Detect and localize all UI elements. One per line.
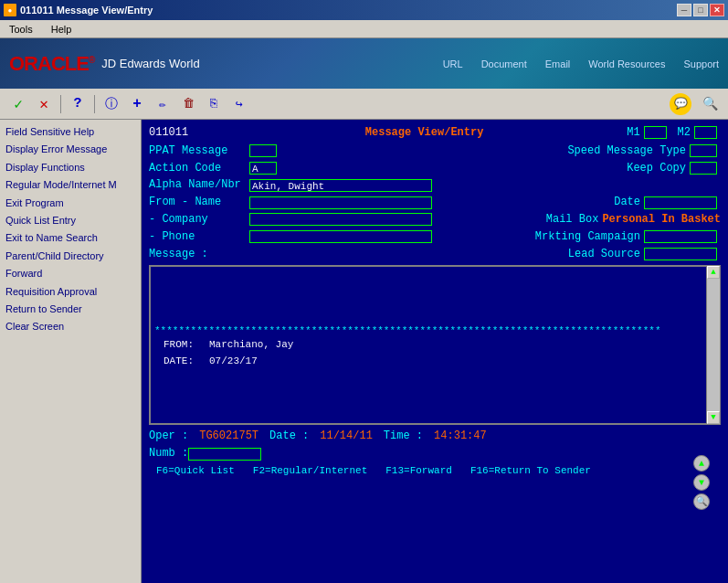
copy-icon: ⎘ <box>210 97 217 111</box>
ppat-label: PPAT Message <box>149 143 249 159</box>
scrollbar: ▲ ▼ <box>706 265 721 425</box>
menu-help[interactable]: Help <box>46 22 78 37</box>
sidebar-item-regular-mode[interactable]: Regular Mode/Internet M <box>4 176 137 194</box>
f2-key[interactable]: F2=Regular/Internet <box>253 465 367 476</box>
search-button[interactable]: 🔍 <box>699 93 721 115</box>
date-msg-label: DATE: <box>154 355 209 368</box>
alpha-name-field[interactable]: Akin, Dwight <box>249 179 432 192</box>
chat-icon: 💬 <box>674 97 688 111</box>
sidebar-item-display-error-message[interactable]: Display Error Message <box>4 141 137 158</box>
menu-bar: Tools Help <box>0 20 728 38</box>
add-button[interactable]: + <box>126 93 148 115</box>
sidebar: Field Sensitive Help Display Error Messa… <box>0 120 142 583</box>
sidebar-item-forward[interactable]: Forward <box>4 265 137 282</box>
nav-down-arrow[interactable]: ▼ <box>693 474 710 491</box>
speed-msg-type-field[interactable] <box>690 144 717 157</box>
scroll-up-button[interactable]: ▲ <box>707 266 720 279</box>
mrkting-label: Mrkting Campaign <box>535 229 640 245</box>
search-icon: 🔍 <box>702 96 718 111</box>
minimize-button[interactable]: ─ <box>677 4 691 16</box>
jde-logo-text: JD Edwards World <box>101 57 199 70</box>
delete-button[interactable]: 🗑 <box>177 93 199 115</box>
check-button[interactable]: ✓ <box>7 93 29 115</box>
oracle-logo-text: ORACLE® <box>9 52 94 76</box>
mail-box-value: Personal In Basket <box>602 212 721 228</box>
f13-key[interactable]: F13=Forward <box>385 465 452 476</box>
form-title: Message View/Entry <box>222 125 627 141</box>
nav-world-resources[interactable]: World Resources <box>588 58 665 69</box>
sidebar-item-display-functions[interactable]: Display Functions <box>4 159 137 176</box>
m1-label: M1 <box>627 125 639 141</box>
date-status-label: Date : <box>269 429 309 444</box>
cancel-button[interactable]: ✕ <box>33 93 55 115</box>
from-name-field[interactable] <box>249 196 432 209</box>
nav-document[interactable]: Document <box>481 58 527 69</box>
fn-bar: F6=Quick List F2=Regular/Internet F13=Fo… <box>149 463 721 478</box>
nav-support[interactable]: Support <box>683 58 719 69</box>
action-code-label: Action Code <box>149 161 249 176</box>
date-label: Date <box>614 195 640 210</box>
keep-copy-field[interactable] <box>690 162 717 175</box>
f16-key[interactable]: F16=Return To Sender <box>470 465 591 476</box>
paste-button[interactable]: ↪ <box>228 93 250 115</box>
plus-icon: + <box>132 96 142 112</box>
time-label: Time : <box>384 429 423 444</box>
menu-tools[interactable]: Tools <box>4 22 38 37</box>
chat-icon-button[interactable]: 💬 <box>670 93 691 115</box>
numb-label: Numb : <box>149 446 188 461</box>
date-msg-value: 07/23/17 <box>209 355 258 368</box>
mrkting-field[interactable] <box>644 230 717 243</box>
m1-field[interactable] <box>644 126 667 139</box>
nav-up-arrow[interactable]: ▲ <box>693 455 710 472</box>
edit-button[interactable]: ✏ <box>152 93 174 115</box>
ppat-field[interactable] <box>249 144 277 157</box>
info-icon: ⓘ <box>105 96 118 112</box>
nav-arrows-container: ▲ ▼ 🔍 <box>693 455 710 510</box>
x-icon: ✕ <box>39 95 48 113</box>
company-label: - Company <box>149 212 249 228</box>
time-value: 14:31:47 <box>434 429 487 444</box>
restore-button[interactable]: □ <box>693 4 708 16</box>
scroll-down-button[interactable]: ▼ <box>707 411 720 424</box>
sidebar-item-requisition-approval[interactable]: Requisition Approval <box>4 283 137 301</box>
sidebar-item-return-to-sender[interactable]: Return to Sender <box>4 301 137 318</box>
sidebar-item-quick-list[interactable]: Quick List Entry <box>4 212 137 229</box>
nav-url[interactable]: URL <box>443 58 463 69</box>
sidebar-item-exit-name-search[interactable]: Exit to Name Search <box>4 229 137 247</box>
sidebar-item-field-sensitive-help[interactable]: Field Sensitive Help <box>4 123 137 141</box>
m2-label: M2 <box>678 125 691 141</box>
sidebar-item-exit-program[interactable]: Exit Program <box>4 195 137 212</box>
message-text-area[interactable]: ****************************************… <box>149 265 721 425</box>
status-area: Oper : TG602175T Date : 11/14/11 Time : … <box>149 429 721 461</box>
message-box-container: ****************************************… <box>149 265 721 425</box>
keep-copy-label: Keep Copy <box>627 161 686 176</box>
oracle-header: ORACLE® JD Edwards World URL Document Em… <box>0 38 728 89</box>
company-field[interactable] <box>249 213 432 226</box>
header-nav: URL Document Email World Resources Suppo… <box>443 58 719 69</box>
mail-box-label: Mail Box <box>546 212 599 228</box>
help-button[interactable]: ? <box>67 93 89 115</box>
check-icon: ✓ <box>14 95 23 113</box>
title-bar-text: 011011 Message View/Entry <box>20 5 153 16</box>
action-code-field[interactable]: A <box>249 162 277 175</box>
lead-source-field[interactable] <box>644 248 717 260</box>
phone-field[interactable] <box>249 230 432 243</box>
from-msg-value: Marchiano, Jay <box>209 338 293 352</box>
copy-button[interactable]: ⎘ <box>203 93 225 115</box>
m2-field[interactable] <box>694 126 717 139</box>
question-icon: ? <box>73 96 81 111</box>
info-button[interactable]: ⓘ <box>100 93 122 115</box>
sidebar-item-clear-screen[interactable]: Clear Screen <box>4 318 137 335</box>
nav-search-arrow[interactable]: 🔍 <box>693 493 710 510</box>
toolbar: ✓ ✕ ? ⓘ + ✏ 🗑 ⎘ ↪ 💬 🔍 <box>0 89 728 120</box>
date-field[interactable] <box>644 196 717 209</box>
form-area: 011011 Message View/Entry M1 M2 PPAT Mes… <box>142 120 728 583</box>
close-button[interactable]: ✕ <box>710 4 724 16</box>
toolbar-sep-2 <box>94 95 95 113</box>
f6-key[interactable]: F6=Quick List <box>156 465 235 476</box>
nav-email[interactable]: Email <box>545 58 571 69</box>
pencil-icon: ✏ <box>159 97 166 111</box>
from-msg-label: FROM: <box>154 338 209 352</box>
sidebar-item-parent-child[interactable]: Parent/Child Directory <box>4 248 137 265</box>
numb-field[interactable] <box>188 448 261 461</box>
